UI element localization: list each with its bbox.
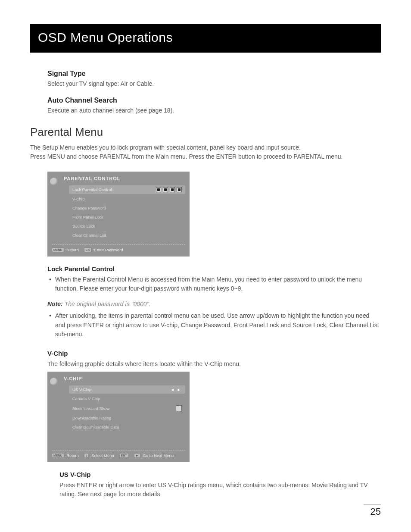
parental-osd-items: Lock Parental ControlV-ChipChange Passwo… [52, 185, 185, 239]
osd-key-icon: 0-9 [84, 247, 92, 252]
osd-item-label: Lock Parental Control [72, 187, 112, 192]
lock-note: Note: The original password is "0000". [47, 300, 381, 309]
osd-item-label: Clear Channel List [72, 233, 106, 238]
osd-item-label: Canada V-Chip [72, 396, 100, 401]
osd-key-icon: ENT [119, 453, 129, 458]
password-boxes [156, 187, 182, 192]
note-label: Note: [47, 300, 63, 307]
lock-bullets-top: When the Parental Control Menu is access… [47, 275, 381, 294]
osd-footer-hint: ► :Go to Next Menu [134, 453, 174, 458]
password-box [170, 187, 175, 192]
page-number: 25 [364, 504, 381, 517]
vchip-osd-items: US V-Chip◄ ►Canada V-ChipBlock Unrated S… [52, 385, 185, 431]
osd-key-icon: ► [134, 453, 140, 458]
osd-menu-item: Source Lock [69, 222, 185, 230]
parental-menu-heading: Parental Menu [30, 125, 381, 139]
osd-item-label: Downloadable Rating [72, 416, 111, 420]
osd-footer-hint: ↕ :Select Menu [84, 453, 114, 458]
auto-search-heading: Auto Channel Search [47, 97, 381, 104]
osd-item-label: Source Lock [72, 224, 95, 228]
osd-menu-item: Downloadable Rating [69, 414, 185, 422]
osd-footer-label: :Go to Next Menu [142, 453, 174, 458]
osd-menu-item: Block Unrated Show [69, 404, 185, 413]
parental-osd-title: PARENTAL CONTROL [52, 175, 185, 185]
us-vchip-heading: US V-Chip [59, 471, 381, 478]
osd-menu-item: Clear Downloadable Data [69, 423, 185, 431]
osd-icon [50, 178, 58, 185]
vchip-heading: V-Chip [47, 350, 381, 357]
osd-key-icon: MENU [52, 453, 64, 458]
osd-menu-item: Lock Parental Control [69, 185, 185, 194]
osd-item-label: Change Password [72, 206, 106, 210]
osd-item-label: US V-Chip [72, 387, 91, 392]
banner-title: OSD Menu Operations [38, 30, 173, 44]
checkbox-icon [176, 405, 182, 411]
us-vchip-text: Press ENTER or right arrow to enter US V… [59, 481, 381, 498]
vchip-osd-panel: V-CHIP US V-Chip◄ ►Canada V-ChipBlock Un… [47, 372, 190, 462]
osd-menu-item: V-Chip [69, 195, 185, 203]
osd-key-icon: MENU [52, 247, 64, 252]
osd-key-icon: ↕ [84, 453, 89, 458]
parental-menu-intro: The Setup Menu enables you to lock progr… [30, 143, 381, 161]
vchip-osd-title: V-CHIP [52, 375, 185, 385]
osd-footer-hint: ENT [119, 453, 129, 458]
bullet-item: After unlocking, the items in parental c… [47, 311, 381, 339]
osd-footer-hint: MENU :Return [52, 247, 79, 252]
note-text: The original password is "0000". [65, 300, 151, 307]
osd-item-label: Front Panel Lock [72, 215, 103, 219]
osd-menu-item: US V-Chip◄ ► [69, 385, 185, 394]
bullet-item: When the Parental Control Menu is access… [47, 275, 381, 294]
lock-bullets-bottom: After unlocking, the items in parental c… [47, 311, 381, 339]
osd-footer-label: :Return [65, 247, 79, 252]
osd-menu-item: Front Panel Lock [69, 213, 185, 221]
parental-osd-panel: PARENTAL CONTROL Lock Parental ControlV-… [47, 172, 190, 257]
lock-heading: Lock Parental Control [47, 265, 381, 272]
password-box [177, 187, 182, 192]
osd-footer-label: :Enter Password [93, 247, 123, 252]
osd-footer-label: :Select Menu [90, 453, 114, 458]
osd-item-label: Clear Downloadable Data [72, 425, 119, 429]
signal-type-heading: Signal Type [47, 70, 381, 78]
osd-footer-label: :Return [65, 453, 79, 458]
parental-osd-footer: MENU :Return0-9 :Enter Password [52, 244, 185, 252]
osd-footer-hint: 0-9 :Enter Password [84, 247, 123, 252]
signal-type-text: Select your TV signal type: Air or Cable… [47, 79, 381, 88]
osd-menu-item: Clear Channel List [69, 231, 185, 239]
auto-search-text: Execute an auto channel search (see page… [47, 106, 381, 115]
page-banner: OSD Menu Operations [30, 24, 381, 53]
osd-item-label: V-Chip [72, 197, 85, 201]
osd-item-label: Block Unrated Show [72, 406, 109, 411]
arrow-icon: ◄ ► [171, 388, 182, 392]
osd-footer-hint: MENU :Return [52, 453, 79, 458]
osd-menu-item: Change Password [69, 204, 185, 212]
vchip-intro: The following graphic details where item… [47, 360, 381, 368]
osd-menu-item: Canada V-Chip [69, 394, 185, 403]
password-box [156, 187, 161, 192]
vchip-osd-footer: MENU :Return↕ :Select MenuENT► :Go to Ne… [52, 450, 185, 458]
password-box [163, 187, 168, 192]
